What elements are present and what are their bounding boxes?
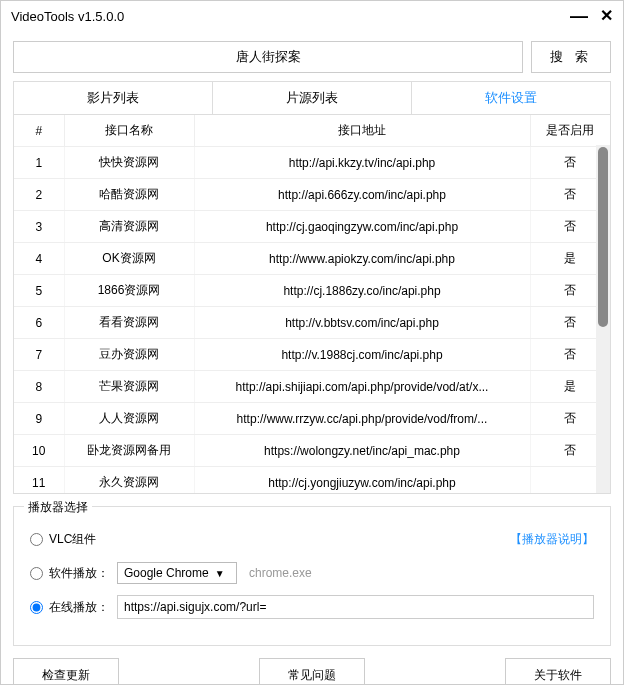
software-select-value: Google Chrome [124,566,209,580]
table-row[interactable]: 11永久资源网http://cj.yongjiuzyw.com/inc/api.… [14,467,610,494]
th-enabled[interactable]: 是否启用 [530,115,610,147]
player-group: 播放器选择 VLC组件 【播放器说明】 软件播放： Google Chrome … [13,506,611,646]
radio-software-label: 软件播放： [49,565,111,582]
cell-url: http://v.bbtsv.com/inc/api.php [194,307,530,339]
table-row[interactable]: 1快快资源网http://api.kkzy.tv/inc/api.php否 [14,147,610,179]
cell-url: http://api.shijiapi.com/api.php/provide/… [194,371,530,403]
software-select[interactable]: Google Chrome ▼ [117,562,237,584]
table-row[interactable]: 7豆办资源网http://v.1988cj.com/inc/api.php否 [14,339,610,371]
cell-idx: 4 [14,243,64,275]
cell-url: http://cj.yongjiuzyw.com/inc/api.php [194,467,530,494]
search-input[interactable] [13,41,523,73]
cell-url: http://cj.gaoqingzyw.com/inc/api.php [194,211,530,243]
cell-url: http://api.kkzy.tv/inc/api.php [194,147,530,179]
cell-url: http://v.1988cj.com/inc/api.php [194,339,530,371]
th-index[interactable]: # [14,115,64,147]
cell-url: https://wolongzy.net/inc/api_mac.php [194,435,530,467]
cell-url: http://www.apiokzy.com/inc/api.php [194,243,530,275]
cell-name: 看看资源网 [64,307,194,339]
cell-name: 永久资源网 [64,467,194,494]
tab-settings[interactable]: 软件设置 [412,82,610,114]
cell-idx: 1 [14,147,64,179]
table-header-row: # 接口名称 接口地址 是否启用 [14,115,610,147]
table-row[interactable]: 51866资源网http://cj.1886zy.co/inc/api.php否 [14,275,610,307]
cell-name: 豆办资源网 [64,339,194,371]
cell-idx: 11 [14,467,64,494]
online-url-field[interactable] [117,595,594,619]
cell-url: http://api.666zy.com/inc/api.php [194,179,530,211]
cell-name: 卧龙资源网备用 [64,435,194,467]
check-update-button[interactable]: 检查更新 [13,658,119,685]
api-table: # 接口名称 接口地址 是否启用 1快快资源网http://api.kkzy.t… [13,114,611,494]
radio-vlc-label: VLC组件 [49,531,111,548]
table-row[interactable]: 2哈酷资源网http://api.666zy.com/inc/api.php否 [14,179,610,211]
scrollbar-thumb[interactable] [598,147,608,327]
chevron-down-icon: ▼ [215,568,225,579]
tabs: 影片列表 片源列表 软件设置 [13,81,611,114]
window-controls: — ✕ [570,7,613,25]
cell-name: 人人资源网 [64,403,194,435]
cell-name: OK资源网 [64,243,194,275]
bottom-buttons: 检查更新 常见问题 关于软件 [13,654,611,685]
cell-name: 快快资源网 [64,147,194,179]
table-row[interactable]: 6看看资源网http://v.bbtsv.com/inc/api.php否 [14,307,610,339]
cell-idx: 5 [14,275,64,307]
cell-idx: 6 [14,307,64,339]
th-name[interactable]: 接口名称 [64,115,194,147]
radio-online[interactable] [30,601,43,614]
cell-idx: 8 [14,371,64,403]
player-legend: 播放器选择 [24,499,92,516]
cell-idx: 9 [14,403,64,435]
cell-idx: 3 [14,211,64,243]
radio-vlc[interactable] [30,533,43,546]
tab-source-list[interactable]: 片源列表 [213,82,412,114]
window-title: VideoTools v1.5.0.0 [11,9,570,24]
titlebar: VideoTools v1.5.0.0 — ✕ [1,1,623,31]
close-icon[interactable]: ✕ [600,8,613,24]
cell-idx: 7 [14,339,64,371]
search-button[interactable]: 搜 索 [531,41,611,73]
main-area: 影片列表 片源列表 软件设置 # 接口名称 接口地址 是否启用 [13,81,611,494]
cell-name: 1866资源网 [64,275,194,307]
table-row[interactable]: 3高清资源网http://cj.gaoqingzyw.com/inc/api.p… [14,211,610,243]
table-row[interactable]: 8芒果资源网http://api.shijiapi.com/api.php/pr… [14,371,610,403]
tab-video-list[interactable]: 影片列表 [14,82,213,114]
search-row: 搜 索 [13,41,611,73]
minimize-icon[interactable]: — [570,7,588,25]
radio-software[interactable] [30,567,43,580]
table-row[interactable]: 10卧龙资源网备用https://wolongzy.net/inc/api_ma… [14,435,610,467]
table-row[interactable]: 9人人资源网http://www.rrzyw.cc/api.php/provid… [14,403,610,435]
cell-url: http://cj.1886zy.co/inc/api.php [194,275,530,307]
cell-idx: 10 [14,435,64,467]
about-button[interactable]: 关于软件 [505,658,611,685]
cell-url: http://www.rrzyw.cc/api.php/provide/vod/… [194,403,530,435]
radio-online-label: 在线播放： [49,599,111,616]
cell-idx: 2 [14,179,64,211]
player-help-link[interactable]: 【播放器说明】 [510,531,594,548]
cell-name: 高清资源网 [64,211,194,243]
software-exe-field [243,562,343,584]
faq-button[interactable]: 常见问题 [259,658,365,685]
table-row[interactable]: 4OK资源网http://www.apiokzy.com/inc/api.php… [14,243,610,275]
cell-name: 哈酷资源网 [64,179,194,211]
th-url[interactable]: 接口地址 [194,115,530,147]
cell-name: 芒果资源网 [64,371,194,403]
